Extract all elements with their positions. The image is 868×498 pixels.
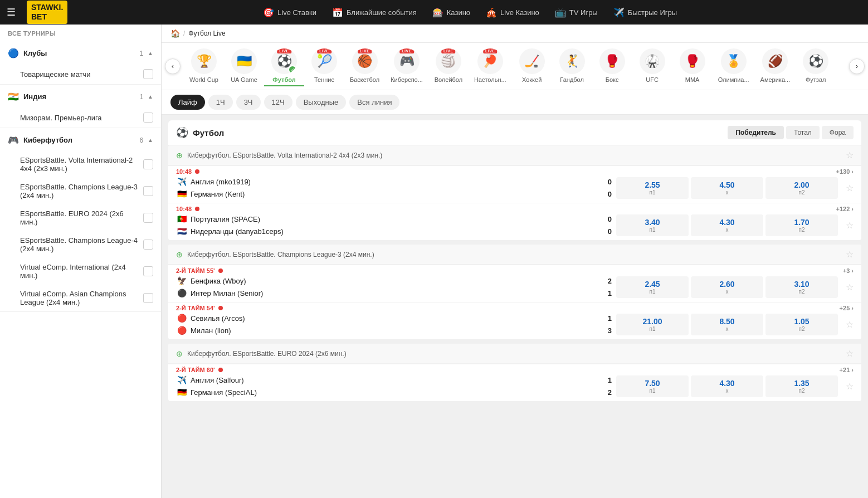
sidebar-item-checkbox-virtual-asian[interactable] (143, 293, 153, 303)
star-button-volta-group[interactable]: ☆ (846, 150, 854, 160)
scroll-right-button[interactable]: › (849, 58, 865, 74)
sidebar-item-champions4[interactable]: ESportsBattle. Champions League-4 (2x4 м… (0, 231, 161, 258)
nav-item-quick-games[interactable]: ✈️Быстрые Игры (613, 7, 677, 18)
odds-label-match-3-2: п2 (799, 289, 805, 295)
sidebar-section-header-cyberfootball[interactable]: 🎮 Киберфутбол 6 ▲ (0, 129, 161, 151)
time-tab-3h[interactable]: 3Ч (236, 95, 261, 110)
time-tab-12h[interactable]: 12Ч (264, 95, 292, 110)
odds-btn-match-2-1[interactable]: 4.30 x (691, 214, 763, 236)
nav-item-live-casino[interactable]: 🎪Live Казино (486, 7, 539, 18)
nav-item-casino[interactable]: 🎰Казино (432, 7, 470, 18)
odds-btn-match-3-2[interactable]: 3.10 п2 (765, 276, 838, 298)
odds-type-btn-winner[interactable]: Победитель (728, 126, 784, 139)
sport-item-tennis[interactable]: LIVE 🎾 Теннис (304, 46, 344, 85)
green-dots-euro2024-group: ⊕ (176, 349, 183, 358)
team-row-match-1-2: 🇩🇪 Германия (Kent) 0 (176, 188, 612, 199)
odds-btn-match-1-1[interactable]: 4.50 x (691, 177, 763, 199)
sport-item-america[interactable]: 🏈 Америка... (755, 46, 796, 85)
nav-item-upcoming[interactable]: 📅Ближайшие события (332, 7, 417, 18)
sport-item-mma[interactable]: 🥊 MMA (672, 46, 713, 85)
odds-btn-match-2-0[interactable]: 3.40 п1 (616, 214, 689, 236)
sport-item-futsal[interactable]: ⚽ Футзал (796, 46, 836, 85)
breadcrumb-home[interactable]: 🏠 (170, 29, 180, 38)
odds-type-btn-total[interactable]: Тотал (786, 126, 820, 139)
sidebar-item-checkbox-champions3[interactable] (143, 186, 153, 196)
odds-btn-match-3-1[interactable]: 2.60 x (691, 276, 763, 298)
sport-item-hockey[interactable]: 🏒 Хоккей (512, 46, 552, 85)
logo[interactable]: STAWKI. BET (27, 1, 67, 24)
time-tab-weekend[interactable]: Выходные (296, 95, 347, 110)
match-group-header-champions3-group: ⊕ Киберфутбол. ESportsBattle. Champions … (168, 245, 861, 265)
sport-icon-circle-basketball: LIVE 🏀 (352, 48, 378, 74)
match-star-match-5[interactable]: ☆ (846, 381, 854, 392)
sport-item-world-cup[interactable]: 🏆 World Cup (184, 46, 224, 85)
match-star-match-4[interactable]: ☆ (846, 319, 854, 330)
star-button-champions3-group[interactable]: ☆ (846, 249, 854, 260)
sidebar-item-checkbox-volta[interactable] (143, 159, 153, 169)
sidebar-item-friendly[interactable]: Товарищеские матчи (0, 64, 161, 84)
odds-type-btn-fora[interactable]: Фора (822, 126, 854, 139)
time-tab-1h[interactable]: 1Ч (208, 95, 233, 110)
sidebar-item-virtual-asian[interactable]: Virtual eComp. Asian Champions League (2… (0, 285, 161, 311)
sport-item-cybersport[interactable]: LIVE 🎮 Киберспо... (385, 46, 428, 85)
match-star-match-2[interactable]: ☆ (846, 220, 854, 231)
sport-label-volleyball: Волейбол (435, 76, 463, 83)
odds-btn-match-1-0[interactable]: 2.55 п1 (616, 177, 689, 199)
sport-icon-circle-world-cup: 🏆 (191, 48, 217, 74)
sidebar-item-checkbox-mizoram[interactable] (143, 113, 153, 123)
match-plus-match-3[interactable]: +3 › (843, 267, 854, 274)
odds-btn-match-5-0[interactable]: 7.50 п1 (616, 375, 689, 397)
sidebar-item-champions3[interactable]: ESportsBattle. Champions League-3 (2x4 м… (0, 178, 161, 204)
sidebar-item-checkbox-euro2024[interactable] (143, 213, 153, 223)
odds-btn-match-3-0[interactable]: 2.45 п1 (616, 276, 689, 298)
odds-label-match-3-0: п1 (650, 289, 656, 295)
sidebar-item-checkbox-champions4[interactable] (143, 240, 153, 250)
time-tab-live[interactable]: Лайф (170, 95, 205, 110)
odds-value-match-2-2: 1.70 (794, 218, 809, 227)
match-row-match-2: 10:48 +122 › 🇵🇹 Португалия (SPACE) 0 🇳🇱 … (168, 203, 861, 240)
odds-label-match-5-0: п1 (650, 388, 656, 394)
sport-item-volleyball[interactable]: LIVE 🏐 Волейбол (428, 46, 469, 85)
sidebar-item-volta[interactable]: ESportsBattle. Volta International-2 4x4… (0, 151, 161, 178)
odds-btn-match-4-2[interactable]: 1.05 п2 (765, 314, 838, 335)
odds-btn-match-2-2[interactable]: 1.70 п2 (765, 214, 838, 236)
sport-item-boxing[interactable]: 🥊 Бокс (592, 46, 632, 85)
sidebar-item-euro2024[interactable]: ESportsBattle. EURO 2024 (2x6 мин.) (0, 204, 161, 231)
odds-btn-match-4-0[interactable]: 21.00 п1 (616, 314, 689, 335)
sidebar-section-header-india[interactable]: 🇮🇳 Индия 1 ▲ (0, 86, 161, 108)
time-tab-all[interactable]: Вся линия (349, 95, 399, 110)
sport-item-ufc[interactable]: 🥋 UFC (632, 46, 672, 85)
sport-icon-circle-volleyball: LIVE 🏐 (436, 48, 461, 74)
nav-item-tv-games[interactable]: 📺TV Игры (555, 7, 598, 18)
scroll-left-button[interactable]: ‹ (165, 58, 181, 74)
menu-hamburger[interactable]: ☰ (7, 6, 16, 18)
sidebar-item-virtual-ecomp-int[interactable]: Virtual eComp. International (2x4 мин.) (0, 258, 161, 285)
match-teams-match-2: 🇵🇹 Португалия (SPACE) 0 🇳🇱 Нидерланды (d… (168, 212, 861, 240)
nav-item-live-bets[interactable]: 🎯Live Ставки (263, 7, 316, 18)
sport-item-football[interactable]: LIVE ⚽ ✓ Футбол (264, 46, 304, 86)
sports-scroll-container: ‹ 🏆 World Cup 🇺🇦 UA Game LIVE ⚽ ✓ Футбол… (162, 43, 868, 90)
match-star-match-1[interactable]: ☆ (846, 183, 854, 193)
odds-btn-match-4-1[interactable]: 8.50 x (691, 314, 763, 335)
sidebar-item-mizoram[interactable]: Мизорам. Премьер-лига (0, 108, 161, 128)
match-plus-match-2[interactable]: +122 › (836, 206, 854, 212)
sidebar-item-checkbox-virtual-ecomp-int[interactable] (143, 266, 153, 276)
odds-btn-match-1-2[interactable]: 2.00 п2 (765, 177, 838, 199)
odds-btn-match-5-1[interactable]: 4.30 x (691, 375, 763, 397)
match-plus-match-5[interactable]: +21 › (840, 367, 854, 373)
sport-item-handball[interactable]: 🤾 Гандбол (552, 46, 592, 85)
sport-item-basketball[interactable]: LIVE 🏀 Баскетбол (344, 46, 385, 85)
sport-icon-table-tennis: 🏓 (482, 54, 498, 69)
odds-btn-match-5-2[interactable]: 1.35 п2 (765, 375, 838, 397)
star-button-euro2024-group[interactable]: ☆ (846, 348, 854, 359)
sidebar-item-checkbox-friendly[interactable] (143, 69, 153, 79)
sport-item-table-tennis[interactable]: LIVE 🏓 Настольн... (469, 46, 512, 85)
match-time-row-match-1: 10:48 +130 › (168, 166, 861, 175)
match-plus-match-1[interactable]: +130 › (836, 168, 854, 175)
match-plus-match-4[interactable]: +25 › (840, 305, 854, 311)
time-tabs: Лайф1Ч3Ч12ЧВыходныеВся линия (162, 90, 868, 115)
sport-item-olympics[interactable]: 🏅 Олимпиа... (713, 46, 755, 85)
sidebar-section-header-clubs[interactable]: 🔵 Клубы 1 ▲ (0, 42, 161, 64)
sport-item-ua-game[interactable]: 🇺🇦 UA Game (224, 46, 264, 85)
match-star-match-3[interactable]: ☆ (846, 282, 854, 292)
